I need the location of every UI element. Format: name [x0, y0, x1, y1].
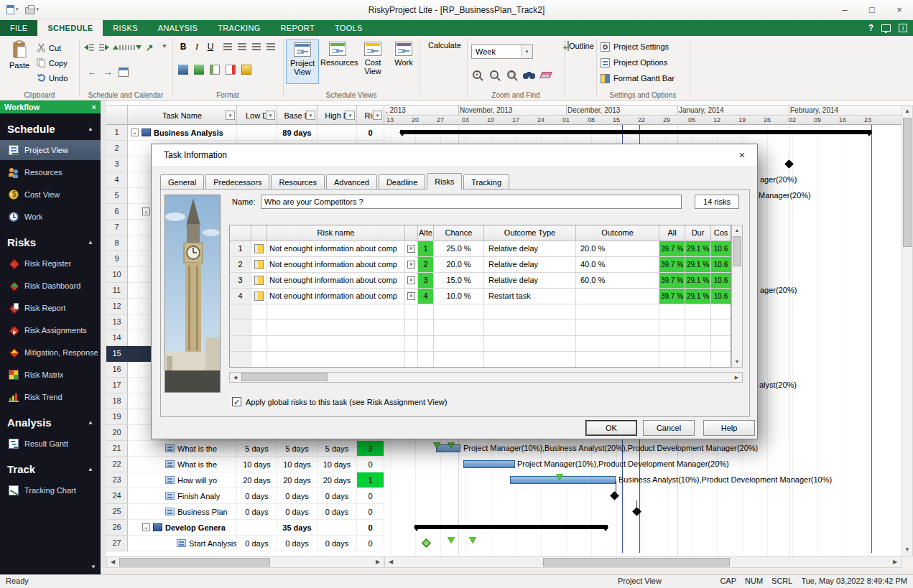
task-name-cell[interactable]: What is the	[128, 457, 237, 472]
link-tasks-button[interactable]: ↗	[142, 40, 157, 55]
sidebar-item-risk-matrix[interactable]: Risk Matrix	[0, 365, 101, 385]
high-duration-cell[interactable]: 20 days	[318, 472, 357, 488]
grid-column-header-outcome[interactable]: Outcome	[576, 225, 659, 241]
risk-grid-horizontal-scrollbar[interactable]: ◀ ▶	[229, 372, 743, 383]
maximize-button[interactable]: □	[858, 0, 886, 19]
grid-column-header-cos[interactable]: Cos	[711, 225, 731, 241]
task-name-cell[interactable]: Finish Analy	[128, 488, 237, 504]
scrollbar-thumb[interactable]	[903, 118, 912, 247]
indent-task-button[interactable]	[97, 40, 111, 55]
sidebar-item-risk-dashboard[interactable]: Risk Dashboard	[0, 276, 101, 296]
sidebar-item-tracking-chart[interactable]: Tracking Chart	[0, 480, 101, 500]
chance-cell[interactable]: 15.0 %	[434, 273, 484, 289]
filter-dropdown-icon[interactable]: ▾	[306, 111, 315, 120]
filter-dropdown-icon[interactable]: ▾	[226, 111, 235, 120]
scroll-down-icon[interactable]: ▼	[91, 564, 96, 570]
milestone-diamond[interactable]	[610, 491, 619, 500]
row-number[interactable]: 14	[106, 330, 128, 346]
resources-view-button[interactable]: Resources	[320, 39, 355, 84]
alternative-cell[interactable]: 2	[418, 257, 434, 273]
row-number[interactable]: 21	[106, 441, 128, 457]
scroll-down-icon[interactable]: ▼	[902, 544, 912, 556]
collapse-icon[interactable]: -	[131, 129, 139, 136]
align-right-button[interactable]	[250, 40, 263, 53]
low-duration-cell[interactable]: 5 days	[237, 441, 277, 457]
outcome-type-cell[interactable]: Relative delay	[484, 273, 576, 289]
risks-cell[interactable]: 0	[357, 520, 384, 536]
grid-row-number[interactable]: 1	[230, 241, 251, 257]
window-titlebar[interactable]: ▾ ▾ RiskyProject Lite - [RP_BusinessPlan…	[0, 0, 913, 20]
panel-splitter[interactable]	[101, 101, 106, 574]
outcome-cell[interactable]: 60.0 %	[576, 273, 659, 289]
cell-shading-button[interactable]	[240, 63, 253, 76]
filter-dropdown-icon[interactable]: ▾	[266, 111, 275, 120]
sidebar-item-project-view[interactable]: Project View	[0, 140, 101, 160]
low-duration-cell[interactable]: 0 days	[237, 504, 277, 520]
delete-risk-icon[interactable]: ×	[407, 276, 415, 284]
minimize-button[interactable]: –	[831, 0, 858, 19]
delete-risk-icon[interactable]: ×	[407, 245, 415, 253]
low-duration-cell[interactable]	[237, 125, 277, 141]
move-down-button[interactable]	[127, 40, 142, 55]
delete-risk-icon[interactable]: ×	[407, 261, 415, 269]
row-number[interactable]: 2	[106, 141, 128, 157]
chevron-down-icon[interactable]: ▾	[521, 45, 532, 58]
outcome-type-cell[interactable]: Restart task	[484, 289, 576, 304]
monitor-icon[interactable]	[881, 24, 891, 32]
previous-button[interactable]: ←	[85, 65, 99, 79]
alternative-cell[interactable]: 3	[418, 273, 434, 289]
base-duration-cell[interactable]: 0 days	[277, 504, 318, 520]
filter-dropdown-icon[interactable]: ▾	[346, 111, 355, 120]
grid-row-number[interactable]: 4	[230, 289, 251, 304]
low-duration-cell[interactable]: 10 days	[237, 457, 277, 472]
next-button[interactable]: →	[101, 65, 115, 79]
column-header-low-d[interactable]: Low D▾	[237, 106, 277, 126]
task-name-cell[interactable]: Business Plan	[128, 504, 237, 520]
dialog-tab-resources[interactable]: Resources	[271, 174, 325, 190]
task-name-cell[interactable]: Start Analysis	[128, 536, 237, 551]
alternative-cell[interactable]: 4	[418, 289, 434, 304]
outline-button[interactable]: Outline	[567, 42, 593, 50]
outcome-type-cell[interactable]: Relative delay	[484, 257, 576, 273]
grid-row-number[interactable]: 3	[230, 273, 251, 289]
sidebar-item-resources[interactable]: Resources	[0, 162, 101, 182]
sidebar-item-risk-assignments[interactable]: Risk Assignments	[0, 320, 101, 340]
row-number[interactable]: 18	[106, 393, 128, 409]
menu-tab-tracking[interactable]: TRACKING	[208, 20, 270, 36]
row-number[interactable]: 5	[106, 188, 128, 204]
column-header-ris[interactable]: Ris▾	[357, 106, 384, 126]
menu-tab-schedule[interactable]: SCHEDULE	[37, 20, 103, 36]
grid-row-number[interactable]: 2	[230, 257, 251, 273]
zoom-window-button[interactable]: □	[504, 67, 519, 82]
scroll-right-icon[interactable]: ▶	[372, 557, 384, 567]
help-icon[interactable]: ?	[868, 23, 873, 33]
base-duration-cell[interactable]: 35 days	[277, 520, 318, 536]
time-scale-select[interactable]: Week ▾	[471, 45, 533, 59]
dialog-tab-deadline[interactable]: Deadline	[379, 174, 425, 190]
low-duration-cell[interactable]	[237, 520, 277, 536]
high-duration-cell[interactable]: 0 days	[318, 504, 357, 520]
base-duration-cell[interactable]: 0 days	[277, 488, 318, 504]
insert-column-button[interactable]	[208, 63, 221, 76]
risks-cell[interactable]: 3	[357, 441, 384, 457]
copy-button[interactable]: Copy	[34, 56, 70, 70]
high-duration-cell[interactable]	[318, 125, 357, 141]
zoom-in-button[interactable]: +	[470, 67, 484, 82]
fill-color-button[interactable]	[177, 63, 190, 76]
column-header-base-d[interactable]: Base D▾	[277, 106, 318, 126]
align-left-button[interactable]	[221, 40, 234, 53]
grid-column-header-dur[interactable]: Dur	[685, 225, 711, 241]
alternative-cell[interactable]: 1	[418, 241, 434, 257]
milestone-diamond-green[interactable]	[422, 538, 431, 548]
gantt-vertical-scrollbar[interactable]: ▲ ▼	[902, 105, 913, 556]
sidebar-section-track[interactable]: Track▲	[0, 459, 101, 478]
dialog-tab-tracking[interactable]: Tracking	[463, 174, 509, 190]
row-number[interactable]: 17	[106, 378, 128, 393]
chance-cell[interactable]: 25.0 %	[434, 241, 484, 257]
low-duration-cell[interactable]: 0 days	[237, 536, 277, 551]
row-number[interactable]: 27	[106, 536, 128, 551]
risk-name-cell[interactable]: Not enought information about comp	[267, 257, 405, 273]
menu-tab-analysis[interactable]: ANALYSIS	[148, 20, 208, 36]
outdent-task-button[interactable]	[82, 40, 96, 55]
collapse-icon[interactable]: -	[142, 207, 150, 215]
